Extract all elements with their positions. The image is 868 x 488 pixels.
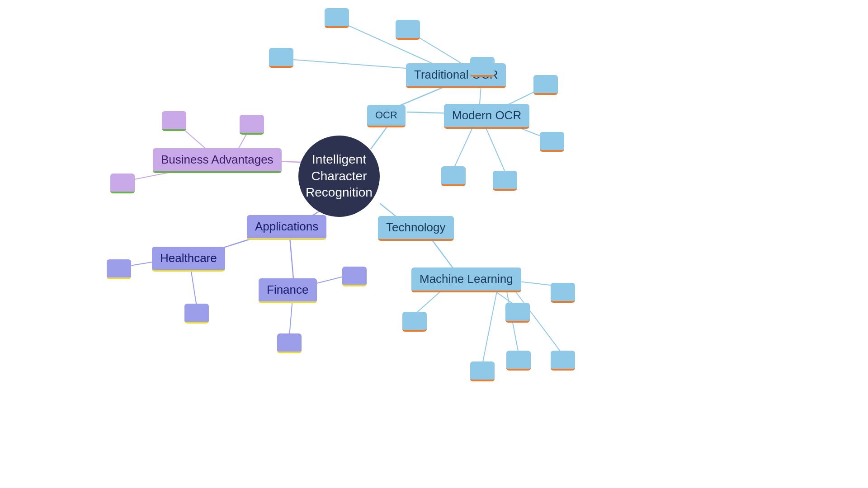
leaf-trad-3 xyxy=(396,20,420,40)
ocr-node[interactable]: OCR xyxy=(367,105,406,127)
applications-label: Applications xyxy=(255,220,318,233)
technology-label: Technology xyxy=(386,221,446,234)
business-advantages-node[interactable]: Business Advantages xyxy=(153,148,282,173)
machine-learning-node[interactable]: Machine Learning xyxy=(411,267,521,292)
leaf-ml-5 xyxy=(551,351,575,371)
leaf-mod-3 xyxy=(540,132,564,152)
finance-node[interactable]: Finance xyxy=(259,278,317,303)
leaf-mod-2 xyxy=(533,75,558,95)
leaf-mod-5 xyxy=(493,171,517,191)
modern-ocr-node[interactable]: Modern OCR xyxy=(444,104,529,129)
ocr-label: OCR xyxy=(375,109,397,121)
center-label: Intelligent Character Recognition xyxy=(298,151,380,201)
healthcare-label: Healthcare xyxy=(160,251,217,265)
center-node: Intelligent Character Recognition xyxy=(298,136,380,217)
leaf-ml-3 xyxy=(551,283,575,303)
svg-line-9 xyxy=(454,123,475,167)
leaf-ml-2 xyxy=(505,303,530,323)
leaf-mod-4 xyxy=(441,166,466,186)
leaf-fin-2 xyxy=(277,333,302,353)
svg-line-10 xyxy=(484,123,505,172)
modern-ocr-label: Modern OCR xyxy=(452,108,521,122)
finance-label: Finance xyxy=(267,283,309,296)
leaf-ba-2 xyxy=(240,115,264,135)
machine-learning-label: Machine Learning xyxy=(420,272,513,286)
svg-line-17 xyxy=(289,232,294,284)
leaf-mod-1 xyxy=(470,57,495,77)
leaf-ba-1 xyxy=(162,111,186,131)
leaf-ml-1 xyxy=(402,312,427,332)
leaf-hc-1 xyxy=(107,259,131,279)
leaf-fin-1 xyxy=(342,267,367,286)
leaf-trad-2 xyxy=(269,48,293,68)
leaf-ml-4 xyxy=(506,351,531,371)
leaf-hc-2 xyxy=(184,304,209,324)
svg-line-29 xyxy=(482,289,497,364)
healthcare-node[interactable]: Healthcare xyxy=(152,247,225,272)
technology-node[interactable]: Technology xyxy=(378,216,454,241)
applications-node[interactable]: Applications xyxy=(247,215,326,240)
leaf-trad-1 xyxy=(325,8,349,28)
business-advantages-label: Business Advantages xyxy=(161,153,274,166)
leaf-ba-3 xyxy=(110,174,135,193)
leaf-ml-6 xyxy=(470,361,495,381)
